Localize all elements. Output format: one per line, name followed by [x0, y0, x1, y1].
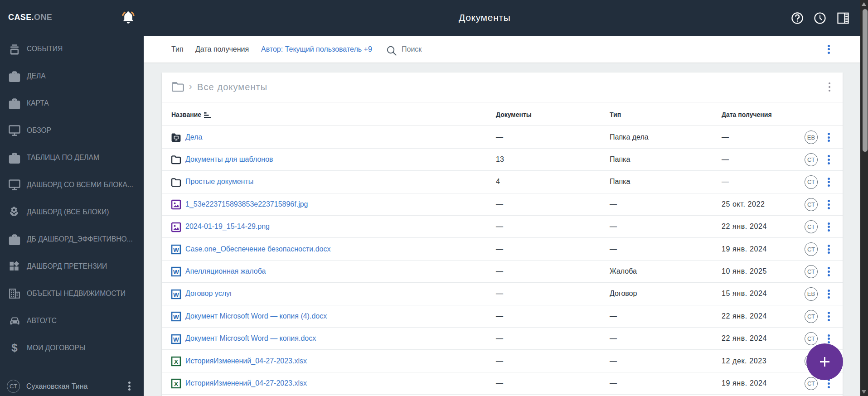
svg-text:W: W [173, 246, 179, 253]
svg-text:W: W [173, 269, 179, 275]
svg-text:X: X [174, 358, 178, 365]
svg-text:X: X [174, 381, 178, 387]
svg-text:$: $ [11, 342, 18, 354]
svg-text:W: W [173, 336, 179, 343]
svg-text:W: W [173, 314, 179, 320]
svg-text:W: W [173, 291, 179, 298]
